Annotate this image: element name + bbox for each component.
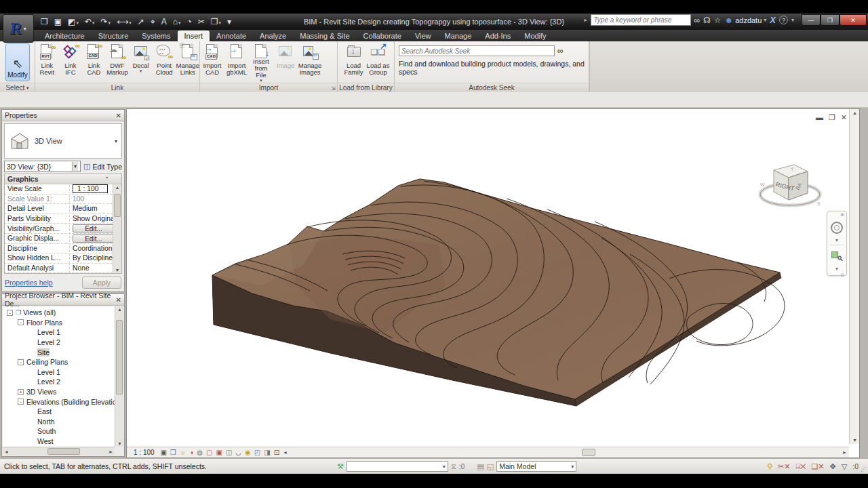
navbar-close-icon[interactable]: ⊗ — [827, 211, 846, 218]
tree-item-east[interactable]: East — [3, 407, 115, 417]
project-browser-close-icon[interactable]: ✕ — [116, 296, 121, 304]
infocenter-search-input[interactable] — [591, 14, 691, 26]
save-icon[interactable]: ▣ — [52, 16, 64, 27]
properties-close-icon[interactable]: ✕ — [116, 112, 121, 119]
exchange-apps-icon[interactable]: X — [770, 15, 776, 25]
tree-item-elevations-building-elevation[interactable]: -Elevations (Building Elevation — [3, 396, 115, 407]
viewport-horizontal-scrollbar[interactable]: ► — [341, 447, 849, 458]
manage-links-button[interactable]: ≡≡⎘Manage Links — [176, 42, 199, 82]
tree-item-floor-plans[interactable]: -Floor Plans — [3, 318, 115, 328]
design-options-dropdown[interactable]: Main Model▾ — [496, 461, 576, 472]
viewcube[interactable]: RIGHT BA T W S — [755, 144, 829, 219]
locked-view-icon[interactable]: ◫ — [226, 449, 232, 456]
import-cad-button[interactable]: CAD→Import CAD — [200, 42, 224, 82]
viewport-scroll-up-icon[interactable]: ▲ — [852, 110, 857, 115]
tab-modify[interactable]: Modify — [517, 30, 553, 41]
temporary-hide-icon[interactable]: ◡ — [235, 449, 241, 456]
tree-scroll-right-icon[interactable]: ► — [108, 449, 113, 454]
tab-manage[interactable]: Manage — [438, 30, 479, 41]
undo-icon[interactable]: ↶▾ — [82, 16, 98, 27]
open-icon[interactable]: ❒ — [38, 16, 51, 27]
drawing-area[interactable]: ▬ ❐ ✕ — [126, 108, 860, 458]
tab-massing-site[interactable]: Massing & Site — [293, 30, 356, 41]
collapse-group-icon[interactable]: ⌃ — [104, 176, 109, 182]
link-cad-button[interactable]: CAD∞Link CAD — [82, 42, 106, 82]
select-pinned-off-icon[interactable]: ⍈✕ — [795, 462, 806, 471]
property-row[interactable]: Parts VisibilityShow Original — [5, 214, 121, 224]
tree-scroll-down-icon[interactable]: ▼ — [117, 441, 122, 446]
tree-item-level-1[interactable]: Level 1 — [3, 327, 115, 338]
sign-in-button[interactable]: ☻ adzdatu ▾ — [725, 16, 767, 25]
tree-vertical-scrollbar[interactable]: ▲ ▼ — [115, 306, 123, 447]
modify-button[interactable]: ⇖ Modify — [5, 43, 30, 81]
design-options-icon[interactable]: ▤ — [477, 462, 484, 471]
reveal-hidden-icon[interactable]: ◉ — [245, 449, 251, 456]
seek-search-icon[interactable]: ∞ — [557, 46, 564, 56]
viewport-scroll-right-icon[interactable]: ► — [842, 450, 847, 455]
zoom-region-button[interactable]: 🔍︎ — [827, 246, 846, 266]
switch-windows-icon[interactable]: ❐▾ — [208, 16, 224, 27]
drag-on-selection-icon[interactable]: ✥ — [830, 462, 836, 471]
import-dialog-launcher-icon[interactable]: ⇲ — [331, 85, 336, 92]
tree-item-level-2[interactable]: Level 2 — [3, 338, 115, 348]
apply-button[interactable]: Apply — [82, 277, 121, 289]
type-selector-caret-icon[interactable]: ▾ — [115, 138, 117, 144]
point-cloud-button[interactable]: •••••∞Point Cloud — [153, 42, 176, 82]
properties-help-link[interactable]: Properties help — [5, 279, 53, 287]
seek-search-input[interactable] — [399, 45, 555, 56]
link-revit-button[interactable]: RVT∞Link Revit — [35, 42, 59, 82]
tree-item-3d-views[interactable]: +3D Views — [3, 387, 115, 397]
tab-systems[interactable]: Systems — [135, 30, 177, 41]
load-family-button[interactable]: ↓Load Family — [342, 42, 366, 82]
selection-filter-icon[interactable]: ▽ — [842, 462, 847, 471]
tab-view[interactable]: View — [408, 30, 438, 41]
search-icon[interactable]: ∞ — [694, 16, 701, 25]
tab-insert[interactable]: Insert — [178, 30, 210, 41]
tree-scroll-up-icon[interactable]: ▲ — [117, 307, 122, 312]
dwf-markup-button[interactable]: ☁∞DWF Markup — [106, 42, 130, 82]
scroll-up-icon[interactable]: ▲ — [113, 185, 121, 190]
help-icon[interactable]: ? — [779, 16, 788, 24]
tree-item-north[interactable]: North — [3, 417, 115, 427]
manage-images-button[interactable]: ≡≡Manage Images — [298, 42, 322, 82]
shadows-off-icon[interactable]: ◑ — [189, 449, 193, 456]
worksets-dropdown[interactable]: ▾ — [347, 461, 448, 472]
import-gbxml-button[interactable]: →Import gbXML — [224, 42, 249, 82]
property-row[interactable]: DisciplineCoordination — [5, 244, 121, 254]
render-icon[interactable]: ◔ — [184, 16, 194, 27]
crop-view-icon[interactable]: ▢ — [206, 449, 212, 456]
measure-icon[interactable]: ⟷▾ — [114, 16, 134, 27]
view-scale-button[interactable]: 1 : 100 — [134, 449, 155, 456]
zoom-caret-icon[interactable]: ▼ — [827, 266, 846, 272]
select-links-icon[interactable]: ⚲ — [767, 462, 772, 471]
collapse-icon[interactable]: - — [18, 399, 24, 405]
instance-selector[interactable]: 3D View: {3D} ▾ — [4, 161, 81, 172]
viewport-scroll-down-icon[interactable]: ▼ — [852, 438, 857, 443]
expand-icon[interactable]: + — [18, 389, 24, 395]
select-by-face-off-icon[interactable]: ❏✕ — [811, 462, 824, 471]
link-ifc-button[interactable]: ∞Link IFC — [59, 42, 83, 82]
default-3d-view-icon[interactable]: ⌂▾ — [170, 16, 184, 27]
collapse-icon[interactable]: - — [18, 319, 24, 325]
tree-scroll-left-icon[interactable]: ◄ — [4, 449, 9, 454]
collapse-icon[interactable]: - — [7, 310, 13, 316]
scroll-down-icon[interactable]: ▼ — [113, 268, 121, 272]
property-row[interactable]: Scale Value 1:100 — [5, 195, 121, 205]
tree-item-south[interactable]: South — [3, 426, 115, 436]
tree-item-ceiling-plans[interactable]: -Ceiling Plans — [3, 357, 115, 367]
project-browser-title-bar[interactable]: Project Browser - BIM - Revit Site De...… — [2, 294, 124, 306]
steering-wheel-button[interactable] — [827, 218, 846, 238]
property-row[interactable]: Default AnalysiNone — [5, 264, 121, 274]
tree-item-west[interactable]: West — [3, 436, 115, 447]
editable-only-icon[interactable]: ⧖ — [451, 462, 456, 471]
property-row[interactable]: Visibility/Graph...Edit... — [5, 224, 121, 234]
sun-path-off-icon[interactable]: ☼ — [180, 449, 186, 456]
properties-title-bar[interactable]: Properties ✕ — [2, 110, 124, 121]
type-selector[interactable]: 3D View ▾ — [4, 123, 122, 159]
worksets-icon[interactable]: ⚒ — [337, 462, 344, 471]
navbar-options-icon[interactable]: ⊙ — [827, 272, 846, 278]
tree-item-views-all-[interactable]: -❒Views (all) — [3, 308, 115, 318]
tag-icon[interactable]: ⌖ — [148, 16, 158, 27]
active-option-icon[interactable]: ◱ — [487, 462, 494, 471]
restore-button[interactable]: ❐ — [821, 14, 840, 26]
